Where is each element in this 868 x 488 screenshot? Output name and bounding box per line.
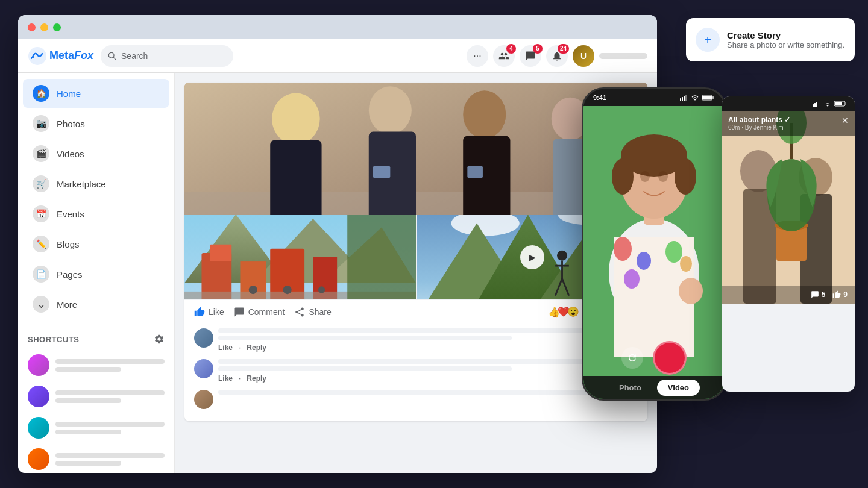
notifications-button[interactable]: 24 — [546, 45, 568, 67]
shortcut-line-4b — [55, 461, 121, 466]
svg-point-56 — [624, 269, 640, 289]
comment-line-1a — [218, 328, 638, 333]
more-button[interactable]: ··· — [467, 45, 488, 67]
sidebar-item-marketplace[interactable]: 🛒 Marketplace — [23, 169, 169, 198]
comment-like-1[interactable]: Like — [218, 343, 233, 352]
create-story-subtitle: Share a photo or write something. — [727, 40, 844, 49]
sidebar-item-blogs-label: Blogs — [57, 239, 80, 249]
svg-point-55 — [680, 256, 692, 272]
post-actions: Like Comment Share — [184, 299, 647, 324]
refresh-icon — [627, 352, 638, 363]
notifications-badge: 24 — [558, 44, 569, 54]
post-images: ▶ — [184, 83, 647, 299]
videos-icon: 🎬 — [33, 145, 49, 162]
nav-actions: ··· 4 5 24 — [467, 45, 647, 67]
create-story-card[interactable]: + Create Story Share a photo or write so… — [686, 18, 855, 61]
phone-status-icons — [680, 95, 715, 101]
svg-rect-41 — [680, 98, 681, 101]
phone-record-button[interactable] — [653, 341, 687, 375]
content-comment-icon — [811, 290, 819, 299]
content-wifi-icon — [823, 101, 832, 107]
phone-bottom-controls — [583, 341, 725, 375]
svg-point-68 — [827, 105, 829, 107]
blogs-icon: ✏️ — [33, 236, 49, 252]
shortcut-item-1[interactable] — [18, 349, 174, 381]
comment-line-2a — [218, 359, 638, 364]
content-like-icon — [832, 290, 841, 299]
shortcut-line-2a — [55, 390, 165, 395]
content-card-status-bar — [722, 96, 855, 111]
shortcuts-settings-icon[interactable] — [154, 334, 165, 345]
svg-point-27 — [283, 286, 292, 294]
create-story-title: Create Story — [727, 30, 844, 40]
browser-window: MetaFox Search ··· — [18, 15, 657, 473]
comment-avatar-3 — [194, 390, 213, 409]
svg-point-26 — [249, 286, 257, 294]
shortcut-item-2[interactable] — [18, 381, 174, 412]
comment-reply-1[interactable]: Reply — [247, 343, 266, 352]
svg-rect-47 — [702, 96, 712, 99]
sidebar-item-pages[interactable]: 📄 Pages — [23, 260, 169, 289]
sidebar-item-more[interactable]: ⌄ More — [23, 290, 169, 319]
user-avatar[interactable]: U — [573, 45, 594, 67]
shortcut-avatar-1 — [28, 354, 49, 376]
shortcuts-label: SHORTCUTS — [28, 335, 79, 344]
comment-label: Comment — [248, 307, 285, 317]
shortcut-line-1a — [55, 359, 165, 364]
close-dot[interactable] — [28, 23, 36, 31]
svg-rect-44 — [685, 95, 687, 101]
content-likes-stat: 9 — [832, 290, 848, 299]
phone-mockup: 9:41 ✕ — [582, 87, 726, 401]
svg-rect-42 — [682, 97, 683, 101]
reaction-haha: 😮 — [567, 306, 579, 318]
comment-content-3 — [218, 390, 638, 395]
svg-rect-70 — [835, 102, 842, 105]
friends-button[interactable]: 4 — [493, 45, 515, 67]
shortcut-item-3[interactable] — [18, 412, 174, 443]
plant-scene-svg — [722, 111, 855, 304]
marketplace-icon: 🛒 — [33, 175, 49, 192]
content-card-info: All about plants ✓ 60m · By Jennie Kim — [728, 116, 790, 131]
logo[interactable]: MetaFox — [28, 46, 93, 66]
search-icon — [108, 52, 116, 60]
like-button[interactable]: Like — [194, 307, 224, 318]
search-bar[interactable]: Search — [101, 45, 233, 67]
content-card-header: All about plants ✓ 60m · By Jennie Kim ✕ — [722, 111, 855, 136]
shortcut-avatar-3 — [28, 417, 49, 439]
content-comments-stat: 5 — [811, 290, 826, 299]
comment-button[interactable]: Comment — [234, 307, 285, 318]
sidebar-item-events[interactable]: 📅 Events — [23, 199, 169, 228]
comment-reply-2[interactable]: Reply — [247, 374, 266, 383]
svg-rect-7 — [270, 140, 321, 215]
phone-photo-tab[interactable]: Photo — [608, 380, 652, 396]
shortcut-line-2b — [55, 398, 121, 403]
maximize-dot[interactable] — [53, 23, 61, 31]
search-placeholder: Search — [121, 51, 148, 61]
phone-refresh-button[interactable] — [621, 347, 643, 369]
svg-point-53 — [637, 252, 651, 270]
sidebar-item-home[interactable]: 🏠 Home — [23, 79, 169, 108]
svg-rect-66 — [814, 103, 816, 107]
sidebar-item-events-label: Events — [57, 209, 84, 219]
comment-icon — [234, 307, 245, 318]
comment-avatar-2 — [194, 359, 213, 378]
minimize-dot[interactable] — [40, 23, 48, 31]
sidebar-item-videos[interactable]: 🎬 Videos — [23, 139, 169, 168]
comment-line-3a — [218, 390, 638, 395]
share-button[interactable]: Share — [294, 307, 331, 318]
post-image-bottom-left — [184, 215, 416, 299]
post-image-top — [184, 83, 647, 215]
sidebar-item-blogs[interactable]: ✏️ Blogs — [23, 230, 169, 258]
shortcut-item-4[interactable] — [18, 443, 174, 473]
sidebar-item-photos[interactable]: 📷 Photos — [23, 109, 169, 138]
phone-video-tab[interactable]: Video — [657, 380, 700, 396]
navbar: MetaFox Search ··· — [18, 39, 657, 73]
content-card-close-button[interactable]: ✕ — [841, 116, 849, 125]
sidebar-item-photos-label: Photos — [57, 119, 85, 129]
comment-content-1: Like · Reply — [218, 328, 638, 352]
play-button[interactable]: ▶ — [520, 245, 544, 269]
messages-button[interactable]: 5 — [520, 45, 541, 67]
svg-point-45 — [694, 99, 696, 101]
create-story-text: Create Story Share a photo or write some… — [727, 30, 844, 49]
comment-like-2[interactable]: Like — [218, 374, 233, 383]
